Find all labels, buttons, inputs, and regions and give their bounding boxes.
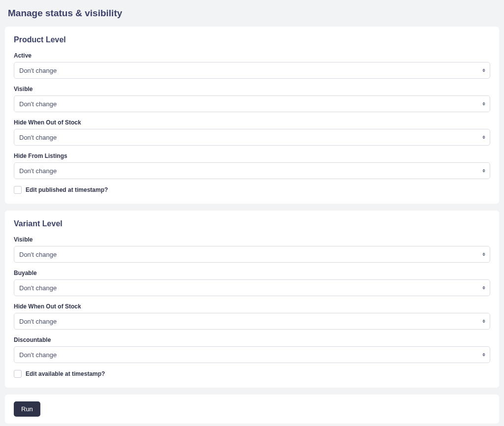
field-visible: Visible Don't change	[14, 86, 490, 112]
select-active[interactable]: Don't change	[14, 62, 490, 79]
select-hide-oos-value: Don't change	[19, 134, 57, 141]
variant-level-card: Variant Level Visible Don't change Buyab…	[5, 211, 499, 388]
label-discountable: Discountable	[14, 336, 490, 343]
checkbox-row-published-at: Edit published at timestamp?	[14, 186, 490, 194]
field-variant-visible: Visible Don't change	[14, 236, 490, 263]
product-level-card: Product Level Active Don't change Visibl…	[5, 27, 499, 204]
checkbox-row-available-at: Edit available at timestamp?	[14, 370, 490, 378]
select-visible-value: Don't change	[19, 100, 57, 108]
label-visible: Visible	[14, 86, 490, 92]
label-variant-hide-oos: Hide When Out of Stock	[14, 303, 490, 310]
checkbox-label-published-at[interactable]: Edit published at timestamp?	[26, 186, 108, 193]
select-visible[interactable]: Don't change	[14, 95, 490, 112]
field-active: Active Don't change	[14, 52, 490, 79]
select-hide-oos[interactable]: Don't change	[14, 129, 490, 146]
field-variant-hide-oos: Hide When Out of Stock Don't change	[14, 303, 490, 330]
product-level-title: Product Level	[14, 35, 490, 44]
select-variant-visible-value: Don't change	[19, 251, 57, 258]
checkbox-edit-published-at[interactable]	[14, 186, 22, 194]
field-discountable: Discountable Don't change	[14, 336, 490, 363]
field-hide-oos: Hide When Out of Stock Don't change	[14, 119, 490, 146]
label-hide-oos: Hide When Out of Stock	[14, 119, 490, 126]
select-buyable[interactable]: Don't change	[14, 279, 490, 296]
select-hide-listings[interactable]: Don't change	[14, 162, 490, 179]
field-hide-listings: Hide From Listings Don't change	[14, 152, 490, 179]
select-hide-listings-value: Don't change	[19, 167, 57, 175]
select-discountable[interactable]: Don't change	[14, 346, 490, 363]
field-buyable: Buyable Don't change	[14, 270, 490, 296]
select-active-value: Don't change	[19, 67, 57, 74]
page-title: Manage status & visibility	[8, 8, 496, 19]
select-buyable-value: Don't change	[19, 284, 57, 292]
run-card: Run	[5, 395, 499, 424]
variant-level-title: Variant Level	[14, 219, 490, 228]
label-hide-listings: Hide From Listings	[14, 152, 490, 159]
run-button[interactable]: Run	[14, 401, 40, 417]
select-variant-hide-oos[interactable]: Don't change	[14, 313, 490, 330]
label-buyable: Buyable	[14, 270, 490, 276]
select-discountable-value: Don't change	[19, 351, 57, 359]
label-active: Active	[14, 52, 490, 59]
select-variant-visible[interactable]: Don't change	[14, 246, 490, 263]
checkbox-edit-available-at[interactable]	[14, 370, 22, 378]
checkbox-label-available-at[interactable]: Edit available at timestamp?	[26, 370, 105, 377]
select-variant-hide-oos-value: Don't change	[19, 318, 57, 325]
label-variant-visible: Visible	[14, 236, 490, 243]
